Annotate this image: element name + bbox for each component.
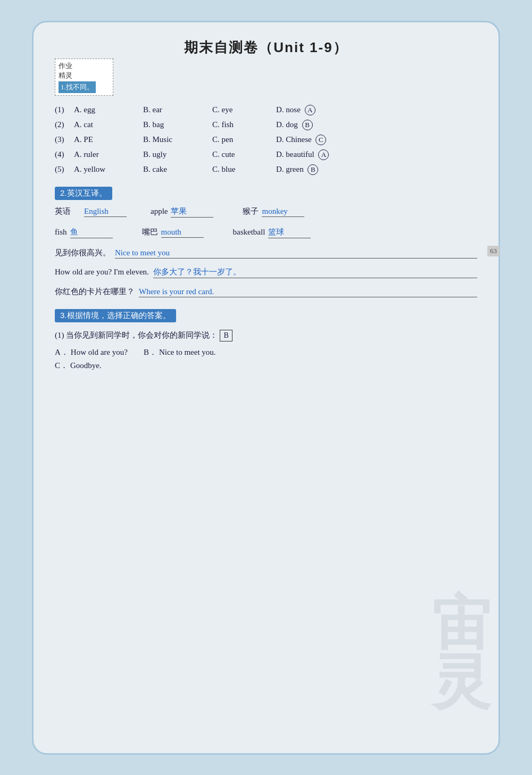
stamp-area: 作业 精灵 1.找不同。 — [55, 59, 113, 96]
trans-item-basketball: basketball 篮球 — [233, 227, 311, 238]
option-key: B． — [144, 347, 157, 357]
trans-answer-english: English — [84, 207, 127, 217]
page-title: 期末自测卷（Unit 1-9） — [55, 38, 477, 57]
page-container: 期末自测卷（Unit 1-9） 作业 精灵 1.找不同。 63 (1) A. e… — [32, 21, 500, 755]
stamp-line2: 精灵 — [59, 71, 110, 80]
option-key: A． — [55, 347, 69, 357]
section3-label: 3.根据情境，选择正确的答案。 — [55, 309, 176, 322]
choice-opt-b: B. cake — [143, 165, 212, 174]
trans-item-apple: apple 苹果 — [151, 206, 213, 218]
sentence-label4: How old are you? I'm eleven. — [55, 268, 149, 277]
choice-opt-b: B. ugly — [143, 150, 212, 159]
choice-row: (1) A. egg B. ear C. eye D. nose A — [55, 105, 477, 115]
choice-opt-c: C. fish — [212, 120, 276, 129]
choice-opt-b: B. bag — [143, 120, 212, 129]
answer-box: B — [220, 330, 232, 341]
sentence-row5: 你红色的卡片在哪里？ Where is your red card. — [55, 287, 477, 297]
sub-question: (1) 当你见到新同学时，你会对你的新同学说：B A． How old are … — [55, 329, 477, 371]
trans-answer-fish: 鱼 — [70, 227, 113, 238]
choice-row: (3) A. PE B. Music C. pen D. Chinese C — [55, 135, 477, 145]
option-text: How old are you? — [71, 348, 128, 357]
choice-rows: (1) A. egg B. ear C. eye D. nose A (2) A… — [55, 105, 477, 175]
answer-circle: B — [307, 164, 318, 175]
section2: 2.英汉互译。 英语 English apple 苹果 猴子 monkey fi… — [55, 187, 477, 297]
choice-opt-c: C. cute — [212, 150, 276, 159]
option-item-c: C． Goodbye. — [55, 361, 102, 371]
answer-circle: C — [315, 135, 326, 145]
choice-opt-a: A. yellow — [74, 165, 143, 174]
section1: (1) A. egg B. ear C. eye D. nose A (2) A… — [55, 105, 477, 175]
options-row2: C． Goodbye. — [55, 361, 477, 371]
choice-row: (4) A. ruler B. ugly C. cute D. beautifu… — [55, 149, 477, 160]
section3-questions: (1) 当你见到新同学时，你会对你的新同学说：B A． How old are … — [55, 329, 477, 371]
option-item: B． Nice to meet you. — [144, 347, 216, 357]
choice-opt-d: D. beautiful A — [276, 149, 477, 160]
sentence-answer3: Nice to meet you — [115, 248, 477, 259]
choice-opt-d: D. green B — [276, 164, 477, 175]
option-key-c: C． — [55, 361, 68, 371]
option-item: A． How old are you? — [55, 347, 128, 357]
trans-answer-apple: 苹果 — [171, 206, 213, 218]
choice-opt-d: D. Chinese C — [276, 135, 477, 145]
option-text-c: Goodbye. — [70, 361, 102, 370]
choice-opt-a: A. PE — [74, 135, 143, 144]
stamp-line3: 1.找不同。 — [59, 81, 96, 93]
choice-opt-a: A. egg — [74, 105, 143, 114]
sentence-row4: How old are you? I'm eleven. 你多大了？我十一岁了。 — [55, 267, 477, 278]
option-text: Nice to meet you. — [159, 348, 216, 357]
choice-opt-c: C. blue — [212, 165, 276, 174]
choice-opt-b: B. ear — [143, 105, 212, 114]
choice-num: (1) — [55, 105, 74, 114]
page-number: 63 — [487, 246, 500, 256]
choice-row: (5) A. yellow B. cake C. blue D. green B — [55, 164, 477, 175]
options-row: A． How old are you? B． Nice to meet you. — [55, 347, 477, 357]
sentence-row3: 见到你很高兴。 Nice to meet you — [55, 248, 477, 259]
choice-num: (2) — [55, 120, 74, 129]
watermark: 宙 灵 — [432, 594, 488, 711]
translation-row2: fish 鱼 嘴巴 mouth basketball 篮球 — [55, 227, 477, 238]
choice-opt-d: D. nose A — [276, 105, 477, 115]
trans-item-mouth: 嘴巴 mouth — [142, 227, 204, 238]
answer-circle: A — [305, 105, 315, 115]
choice-opt-c: C. eye — [212, 105, 276, 114]
trans-label-zuiba: 嘴巴 — [142, 227, 158, 237]
choice-opt-b: B. Music — [143, 135, 212, 144]
section3: 3.根据情境，选择正确的答案。 (1) 当你见到新同学时，你会对你的新同学说：B… — [55, 309, 477, 371]
choice-opt-a: A. ruler — [74, 150, 143, 159]
trans-label-monkey: 猴子 — [243, 206, 259, 216]
sub-question-text: (1) 当你见到新同学时，你会对你的新同学说：B — [55, 329, 477, 343]
choice-row: (2) A. cat B. bag C. fish D. dog B — [55, 120, 477, 130]
choice-num: (5) — [55, 165, 74, 174]
choice-opt-c: C. pen — [212, 135, 276, 144]
sentence-label5: 你红色的卡片在哪里？ — [55, 287, 135, 297]
trans-answer-basketball: 篮球 — [268, 227, 311, 238]
stamp-line1: 作业 — [59, 61, 110, 71]
sentence-label3: 见到你很高兴。 — [55, 248, 111, 258]
translation-row1: 英语 English apple 苹果 猴子 monkey — [55, 206, 477, 218]
sentence-answer5: Where is your red card. — [139, 287, 477, 297]
trans-answer-mouth: mouth — [161, 228, 204, 238]
trans-label-fish: fish — [55, 228, 67, 237]
section2-label: 2.英汉互译。 — [55, 187, 112, 200]
choice-num: (4) — [55, 150, 74, 159]
trans-item-fish: fish 鱼 — [55, 227, 113, 238]
sentence-answer4: 你多大了？我十一岁了。 — [153, 267, 477, 278]
trans-item-monkey: 猴子 monkey — [243, 206, 304, 217]
answer-circle: A — [318, 149, 329, 160]
choice-opt-a: A. cat — [74, 120, 143, 129]
trans-label-basketball: basketball — [233, 228, 265, 237]
trans-answer-monkey: monkey — [262, 207, 304, 217]
answer-circle: B — [302, 120, 313, 130]
choice-opt-d: D. dog B — [276, 120, 477, 130]
trans-label-apple: apple — [151, 207, 168, 216]
trans-label-yingyu: 英语 — [55, 206, 84, 216]
choice-num: (3) — [55, 135, 74, 144]
